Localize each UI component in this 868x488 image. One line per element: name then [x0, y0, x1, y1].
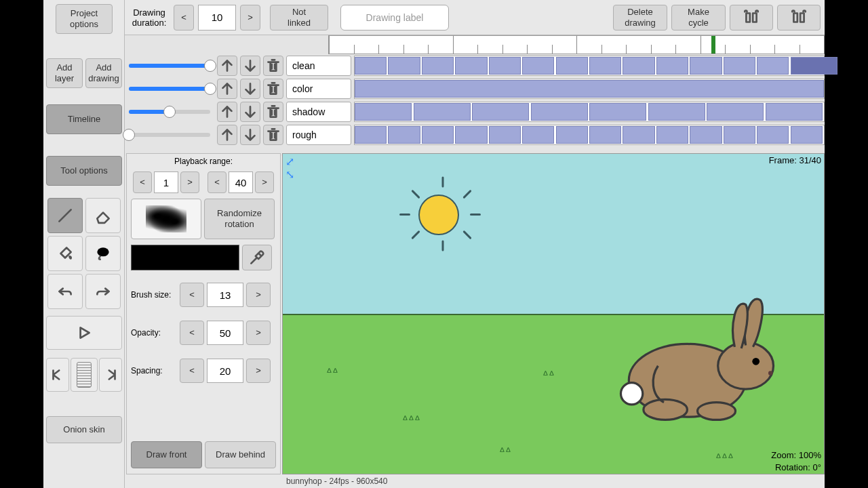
project-options-button[interactable]: Project options	[56, 4, 113, 34]
drawing-label-input[interactable]: Drawing label	[340, 5, 449, 30]
svg-point-0	[97, 247, 108, 256]
eraser-icon	[94, 207, 112, 224]
layer-move-down-button[interactable]	[240, 79, 260, 99]
flip-vertical-button[interactable]	[777, 5, 821, 30]
eyedropper-button[interactable]	[242, 245, 272, 270]
arrow-up-icon	[218, 80, 236, 98]
draw-behind-button[interactable]: Draw behind	[205, 441, 276, 468]
layer-track[interactable]	[354, 102, 825, 122]
layer-delete-button[interactable]	[263, 56, 283, 76]
scrub-slider-button[interactable]	[71, 358, 98, 392]
eraser-tool-button[interactable]	[85, 198, 121, 233]
brush-size-decrease-button[interactable]: <	[180, 283, 204, 307]
brush-scribble-icon	[146, 205, 186, 232]
layer-opacity-slider[interactable]	[129, 87, 210, 91]
lasso-tool-button[interactable]	[85, 236, 121, 271]
layer-move-down-button[interactable]	[240, 56, 260, 76]
duration-decrease-button[interactable]: <	[174, 5, 194, 30]
timeline-ruler[interactable]	[328, 35, 825, 54]
onion-skin-button[interactable]: Onion skin	[46, 416, 122, 443]
brush-icon	[56, 207, 74, 224]
opacity-value[interactable]: 50	[207, 321, 243, 345]
layer-row: color	[125, 77, 825, 100]
not-linked-button[interactable]: Not linked	[270, 5, 328, 30]
layer-move-up-button[interactable]	[217, 102, 237, 122]
layer-opacity-slider[interactable]	[129, 64, 210, 68]
draw-front-button[interactable]: Draw front	[131, 441, 202, 468]
flip-horizontal-button[interactable]	[730, 5, 773, 30]
fill-tool-button[interactable]	[47, 236, 83, 271]
timeline-button[interactable]: Timeline	[46, 104, 122, 134]
frame-info: Frame: 31/40	[769, 155, 821, 165]
spacing-decrease-button[interactable]: <	[180, 359, 204, 383]
layer-name-input[interactable]: rough	[286, 125, 351, 145]
opacity-increase-button[interactable]: >	[246, 321, 271, 345]
layer-track[interactable]	[354, 125, 825, 145]
range-start-decrease-button[interactable]: <	[133, 171, 152, 193]
layer-move-up-button[interactable]	[217, 56, 237, 76]
range-end-decrease-button[interactable]: <	[208, 171, 226, 193]
layer-name-input[interactable]: shadow	[286, 102, 351, 122]
opacity-decrease-button[interactable]: <	[180, 321, 204, 345]
layer-track[interactable]	[354, 79, 825, 99]
spacing-label: Spacing:	[131, 366, 177, 375]
flip-vertical-icon	[790, 9, 808, 26]
color-swatch[interactable]	[131, 245, 239, 270]
spacing-value[interactable]: 20	[207, 359, 243, 383]
brush-size-value[interactable]: 13	[207, 283, 243, 307]
step-back-button[interactable]	[46, 358, 69, 392]
svg-point-7	[752, 358, 760, 365]
randomize-rotation-button[interactable]: Randomize rotation	[204, 199, 275, 239]
flip-horizontal-icon	[743, 9, 760, 26]
svg-rect-3	[793, 13, 797, 22]
layer-opacity-slider[interactable]	[129, 133, 210, 137]
status-bar: bunnyhop - 24fps - 960x540	[282, 474, 825, 488]
tool-options-button[interactable]: Tool options	[46, 156, 122, 186]
trash-icon	[264, 126, 282, 144]
redo-button[interactable]	[85, 274, 121, 309]
delete-drawing-button[interactable]: Delete drawing	[613, 5, 667, 30]
drawing-bunny	[607, 284, 797, 433]
arrow-down-icon	[241, 103, 259, 121]
layer-move-up-button[interactable]	[217, 79, 237, 99]
layer-delete-button[interactable]	[263, 79, 283, 99]
range-start-value[interactable]: 1	[154, 171, 178, 193]
layer-move-up-button[interactable]	[217, 125, 237, 145]
layer-move-down-button[interactable]	[240, 102, 260, 122]
spacing-increase-button[interactable]: >	[246, 359, 271, 383]
arrow-down-icon	[241, 126, 259, 144]
svg-rect-2	[753, 13, 756, 22]
play-button[interactable]	[46, 316, 122, 350]
step-forward-button[interactable]	[99, 358, 122, 392]
redo-icon	[94, 283, 112, 300]
layer-delete-button[interactable]	[263, 125, 283, 145]
duration-value[interactable]: 10	[198, 5, 236, 30]
layer-opacity-slider[interactable]	[129, 110, 210, 114]
layer-name-input[interactable]: color	[286, 79, 351, 99]
layer-delete-button[interactable]	[263, 102, 283, 122]
arrow-down-icon	[241, 80, 259, 98]
range-start-increase-button[interactable]: >	[180, 171, 199, 193]
layer-name-input[interactable]: clean	[286, 56, 351, 76]
layer-row: shadow	[125, 100, 825, 123]
canvas-area[interactable]: ᐞᐞ ᐞᐞᐞ ᐞᐞ ᐞᐞ ᐞᐞᐞ ⤢⤡ Frame: 31/4	[282, 153, 825, 474]
range-end-value[interactable]: 40	[229, 171, 253, 193]
brush-size-increase-button[interactable]: >	[246, 283, 271, 307]
drawing-sun	[418, 195, 459, 235]
range-end-increase-button[interactable]: >	[255, 171, 274, 193]
fullscreen-icon[interactable]: ⤢⤡	[285, 155, 294, 181]
layer-move-down-button[interactable]	[240, 125, 260, 145]
layer-track[interactable]	[354, 56, 825, 76]
add-layer-button[interactable]: Add layer	[46, 58, 83, 88]
arrow-up-icon	[218, 126, 236, 144]
make-cycle-button[interactable]: Make cycle	[671, 5, 726, 30]
duration-increase-button[interactable]: >	[240, 5, 260, 30]
playhead-marker[interactable]	[711, 36, 715, 54]
add-drawing-button[interactable]: Add drawing	[85, 58, 122, 88]
brush-preview[interactable]	[131, 199, 201, 239]
brush-tool-button[interactable]	[47, 198, 83, 233]
step-forward-icon	[102, 366, 119, 384]
svg-rect-1	[746, 13, 749, 22]
brush-size-label: Brush size:	[131, 290, 177, 300]
undo-button[interactable]	[47, 274, 83, 309]
